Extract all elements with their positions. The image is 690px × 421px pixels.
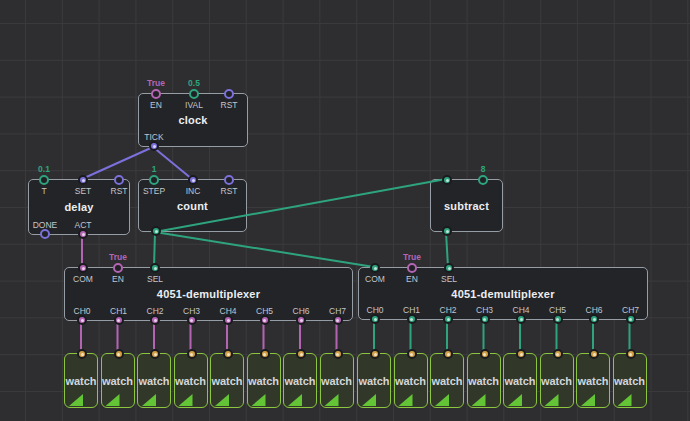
port-ch3[interactable] bbox=[187, 315, 197, 325]
port-value[interactable]: True bbox=[109, 252, 127, 262]
port-en[interactable] bbox=[407, 263, 417, 273]
node-watch-5[interactable]: watch bbox=[247, 353, 281, 408]
port-out[interactable] bbox=[260, 349, 270, 359]
port-out[interactable] bbox=[442, 226, 452, 236]
port-ch0[interactable] bbox=[370, 314, 380, 324]
watch-label: watch bbox=[541, 375, 573, 387]
node-watch-13[interactable]: watch bbox=[540, 353, 574, 408]
node-subtract[interactable]: subtract8 bbox=[430, 179, 503, 232]
node-watch-14[interactable]: watch bbox=[576, 353, 610, 408]
node-watch-7[interactable]: watch bbox=[320, 353, 354, 408]
node-watch-3[interactable]: watch bbox=[174, 353, 208, 408]
port-com[interactable] bbox=[370, 263, 380, 273]
port-sel[interactable] bbox=[150, 263, 160, 273]
port-act[interactable] bbox=[78, 229, 88, 239]
port-en[interactable] bbox=[151, 89, 161, 99]
port-out[interactable] bbox=[223, 349, 233, 359]
port-value[interactable]: True bbox=[403, 252, 421, 262]
port-ch2[interactable] bbox=[150, 315, 160, 325]
port-inc[interactable] bbox=[188, 175, 198, 185]
port-ch7[interactable] bbox=[333, 315, 343, 325]
port-dot bbox=[483, 318, 486, 321]
port-out[interactable] bbox=[442, 175, 452, 185]
port-dot bbox=[629, 353, 632, 356]
folded-corner-icon bbox=[142, 394, 156, 406]
port-out[interactable] bbox=[626, 349, 636, 359]
node-editor-canvas[interactable]: clockENTrueIVAL0.5RSTTICKdelayT0.1SETRST… bbox=[0, 0, 690, 421]
port-value[interactable]: True bbox=[147, 78, 165, 88]
port-dot bbox=[336, 319, 339, 322]
port-value[interactable]: 0.5 bbox=[188, 78, 200, 88]
port-dot bbox=[190, 353, 193, 356]
port-step[interactable] bbox=[149, 175, 159, 185]
port-com[interactable] bbox=[78, 263, 88, 273]
port-dot bbox=[227, 319, 230, 322]
node-demux-right[interactable]: 4051-demultiplexerCOMENTrueSELCH0CH1CH2C… bbox=[358, 267, 648, 320]
port-sel[interactable] bbox=[444, 263, 454, 273]
port-ch1[interactable] bbox=[114, 315, 124, 325]
node-watch-6[interactable]: watch bbox=[283, 353, 317, 408]
port-t[interactable] bbox=[39, 175, 49, 185]
port-ch3[interactable] bbox=[480, 314, 490, 324]
port-dot bbox=[300, 353, 303, 356]
node-layer: clockENTrueIVAL0.5RSTTICKdelayT0.1SETRST… bbox=[0, 0, 690, 421]
port-value[interactable]: 0.1 bbox=[38, 164, 50, 174]
node-watch-9[interactable]: watch bbox=[394, 353, 428, 408]
node-watch-12[interactable]: watch bbox=[503, 353, 537, 408]
port-out[interactable] bbox=[478, 175, 488, 185]
port-value[interactable]: 8 bbox=[481, 164, 486, 174]
node-watch-2[interactable]: watch bbox=[137, 353, 171, 408]
port-set[interactable] bbox=[78, 175, 88, 185]
port-out[interactable] bbox=[443, 349, 453, 359]
port-value[interactable]: 1 bbox=[152, 164, 157, 174]
node-watch-1[interactable]: watch bbox=[101, 353, 135, 408]
node-clock[interactable]: clockENTrueIVAL0.5RSTTICK bbox=[138, 93, 248, 147]
port-out[interactable] bbox=[296, 349, 306, 359]
port-out[interactable] bbox=[370, 349, 380, 359]
node-watch-0[interactable]: watch bbox=[64, 353, 98, 408]
node-watch-15[interactable]: watch bbox=[613, 353, 647, 408]
node-watch-8[interactable]: watch bbox=[357, 353, 391, 408]
port-en[interactable] bbox=[113, 263, 123, 273]
port-out[interactable] bbox=[407, 349, 417, 359]
port-ch7[interactable] bbox=[626, 314, 636, 324]
port-out[interactable] bbox=[553, 349, 563, 359]
port-out[interactable] bbox=[151, 226, 161, 236]
port-out[interactable] bbox=[333, 349, 343, 359]
port-out[interactable] bbox=[480, 349, 490, 359]
port-out[interactable] bbox=[114, 349, 124, 359]
node-watch-11[interactable]: watch bbox=[467, 353, 501, 408]
port-ch4[interactable] bbox=[223, 315, 233, 325]
node-watch-10[interactable]: watch bbox=[430, 353, 464, 408]
watch-label: watch bbox=[395, 375, 427, 387]
port-tick[interactable] bbox=[149, 141, 159, 151]
node-watch-4[interactable]: watch bbox=[210, 353, 244, 408]
folded-corner-icon bbox=[288, 394, 302, 406]
port-ch1[interactable] bbox=[407, 314, 417, 324]
port-ch5[interactable] bbox=[260, 315, 270, 325]
port-rst[interactable] bbox=[224, 89, 234, 99]
port-out[interactable] bbox=[589, 349, 599, 359]
node-delay[interactable]: delayT0.1SETRSTDONEACT bbox=[28, 179, 130, 235]
port-ch0[interactable] bbox=[77, 315, 87, 325]
port-out[interactable] bbox=[150, 349, 160, 359]
port-ch6[interactable] bbox=[296, 315, 306, 325]
port-out[interactable] bbox=[516, 349, 526, 359]
node-demux-left[interactable]: 4051-demultiplexerCOMENTrueSELCH0CH1CH2C… bbox=[64, 267, 353, 321]
port-ch6[interactable] bbox=[589, 314, 599, 324]
port-done[interactable] bbox=[40, 229, 50, 239]
port-ch4[interactable] bbox=[516, 314, 526, 324]
port-label: RST bbox=[221, 100, 238, 110]
node-count[interactable]: countSTEP1INCRST bbox=[138, 179, 247, 232]
port-out[interactable] bbox=[77, 349, 87, 359]
port-ch5[interactable] bbox=[553, 314, 563, 324]
port-dot bbox=[154, 353, 157, 356]
port-rst[interactable] bbox=[114, 175, 124, 185]
port-ch2[interactable] bbox=[443, 314, 453, 324]
port-out[interactable] bbox=[187, 349, 197, 359]
port-dot bbox=[190, 319, 193, 322]
port-dot bbox=[300, 319, 303, 322]
port-rst[interactable] bbox=[224, 175, 234, 185]
port-ival[interactable] bbox=[189, 89, 199, 99]
port-dot bbox=[447, 353, 450, 356]
